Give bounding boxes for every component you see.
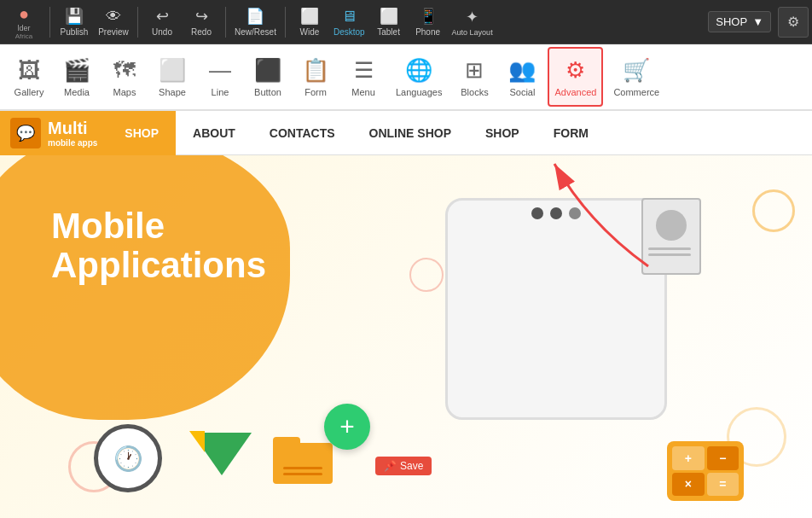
dot-1	[531, 207, 543, 219]
folder-line-1	[283, 467, 322, 469]
tool-button[interactable]: ⬛ Button	[246, 47, 290, 107]
gear-icon: ⚙	[787, 14, 799, 30]
phone-label: Phone	[415, 27, 440, 37]
divider-2	[137, 7, 138, 38]
tool-form[interactable]: 📋 Form	[293, 47, 338, 107]
shop-dropdown[interactable]: SHOP ▼	[708, 11, 771, 32]
maps-icon: 🗺	[113, 57, 136, 84]
notebook-line-2	[648, 253, 691, 256]
tool-social-label: Social	[509, 87, 535, 97]
nav-contacts[interactable]: CONTACTS	[252, 111, 352, 155]
tool-maps[interactable]: 🗺 Maps	[102, 47, 147, 107]
tablet-label: Tablet	[377, 27, 400, 37]
calc-btn-plus: +	[672, 446, 705, 470]
nav-online-shop[interactable]: ONLINE SHOP	[352, 111, 468, 155]
site-navigation: 💬 Multi mobile apps SHOP ABOUT CONTACTS …	[0, 111, 812, 155]
nav-shop[interactable]: SHOP	[468, 111, 536, 155]
phone-dots	[448, 201, 664, 226]
tablet-button[interactable]: ⬜ Tablet	[370, 2, 408, 43]
auto-layout-icon: ✦	[466, 8, 478, 26]
publish-icon: 💾	[65, 7, 84, 26]
commerce-icon: 🛒	[623, 57, 650, 84]
hero-text: Mobile Applications	[51, 207, 266, 285]
tool-commerce-label: Commerce	[613, 87, 659, 97]
brand-sub: Africa	[15, 32, 32, 40]
tool-menu[interactable]: ☰ Menu	[341, 47, 386, 107]
redo-button[interactable]: ↪ Redo	[183, 2, 220, 43]
line-icon: —	[209, 57, 231, 84]
wide-button[interactable]: ⬜ Wide	[291, 2, 328, 43]
nav-shop-tab[interactable]: SHOP	[107, 111, 176, 155]
undo-button[interactable]: ↩ Undo	[143, 2, 181, 43]
phone-button[interactable]: 📱 Phone	[409, 2, 447, 43]
new-reset-icon: 📄	[246, 7, 264, 26]
add-element-button[interactable]: +	[324, 404, 370, 450]
publish-button[interactable]: 💾 Publish	[55, 2, 93, 43]
tool-shape[interactable]: ⬜ Shape	[150, 47, 194, 107]
logo-icon: 💬	[10, 118, 41, 148]
nav-links: ABOUT CONTACTS ONLINE SHOP SHOP FORM	[176, 111, 812, 155]
preview-button[interactable]: 👁 Preview	[95, 2, 132, 43]
notebook-avatar	[656, 210, 687, 241]
shape-icon: ⬜	[159, 57, 186, 84]
tool-blocks[interactable]: ⊞ Blocks	[452, 47, 496, 107]
dot-2	[550, 207, 562, 219]
second-toolbar: 🖼 Gallery 🎬 Media 🗺 Maps ⬜ Shape — Line …	[0, 44, 812, 111]
form-icon: 📋	[302, 57, 329, 84]
folder-illustration	[273, 437, 333, 484]
phone-frame	[445, 198, 667, 420]
logo-sub: mobile apps	[48, 138, 97, 148]
blocks-icon: ⊞	[465, 57, 484, 84]
desktop-button[interactable]: 🖥 Desktop	[330, 2, 368, 43]
save-label: Save	[400, 460, 423, 472]
tool-maps-label: Maps	[113, 87, 136, 97]
menu-icon: ☰	[354, 57, 374, 84]
media-icon: 🎬	[63, 57, 90, 84]
maps-fold	[189, 431, 205, 452]
clock-illustration: 🕐	[94, 424, 162, 492]
preview-area: 💬 Multi mobile apps SHOP ABOUT CONTACTS …	[0, 111, 812, 518]
nav-form[interactable]: FORM	[536, 111, 606, 155]
new-reset-button[interactable]: 📄 New/Reset	[231, 2, 280, 43]
redo-label: Redo	[191, 27, 212, 37]
chevron-down-icon: ▼	[752, 15, 763, 28]
divider-3	[225, 7, 226, 38]
tool-languages[interactable]: 🌐 Languages	[389, 47, 449, 107]
redo-icon: ↪	[195, 7, 208, 26]
tool-media[interactable]: 🎬 Media	[55, 47, 99, 107]
save-badge[interactable]: 📌 Save	[375, 457, 432, 475]
calc-btn-equals: =	[707, 473, 740, 497]
button-icon: ⬛	[254, 57, 281, 84]
gallery-icon: 🖼	[18, 57, 40, 84]
dot-3	[569, 207, 581, 219]
hero-title-line1: Mobile	[51, 207, 266, 246]
notebook-line-1	[648, 247, 691, 250]
tool-line[interactable]: — Line	[198, 47, 242, 107]
tool-menu-label: Menu	[351, 87, 375, 97]
auto-layout-button[interactable]: ✦ Auto Layout	[449, 2, 496, 43]
auto-layout-label: Auto Layout	[452, 28, 493, 37]
folder-lines	[283, 467, 322, 475]
folder-body	[273, 443, 333, 484]
calc-btn-times: ×	[672, 473, 705, 497]
divider-4	[285, 7, 286, 38]
notebook-illustration	[641, 198, 701, 275]
tool-form-label: Form	[304, 87, 327, 97]
preview-icon: 👁	[106, 8, 121, 26]
nav-about[interactable]: ABOUT	[176, 111, 252, 155]
maps-illustration	[188, 416, 256, 475]
tool-gallery[interactable]: 🖼 Gallery	[7, 47, 51, 107]
tool-line-label: Line	[212, 87, 229, 97]
wide-icon: ⬜	[300, 7, 319, 26]
publish-label: Publish	[61, 27, 89, 37]
advanced-icon: ⚙	[566, 57, 585, 84]
tool-advanced[interactable]: ⚙ Advanced	[548, 47, 603, 107]
brand-logo-area: ● lder Africa	[3, 2, 44, 43]
phone-icon: 📱	[419, 7, 438, 26]
logo-text: Multi mobile apps	[48, 119, 97, 148]
tool-commerce[interactable]: 🛒 Commerce	[606, 47, 666, 107]
calc-btn-minus: −	[707, 446, 740, 470]
settings-button[interactable]: ⚙	[778, 7, 809, 38]
tool-social[interactable]: 👥 Social	[500, 47, 544, 107]
divider-1	[49, 7, 50, 38]
